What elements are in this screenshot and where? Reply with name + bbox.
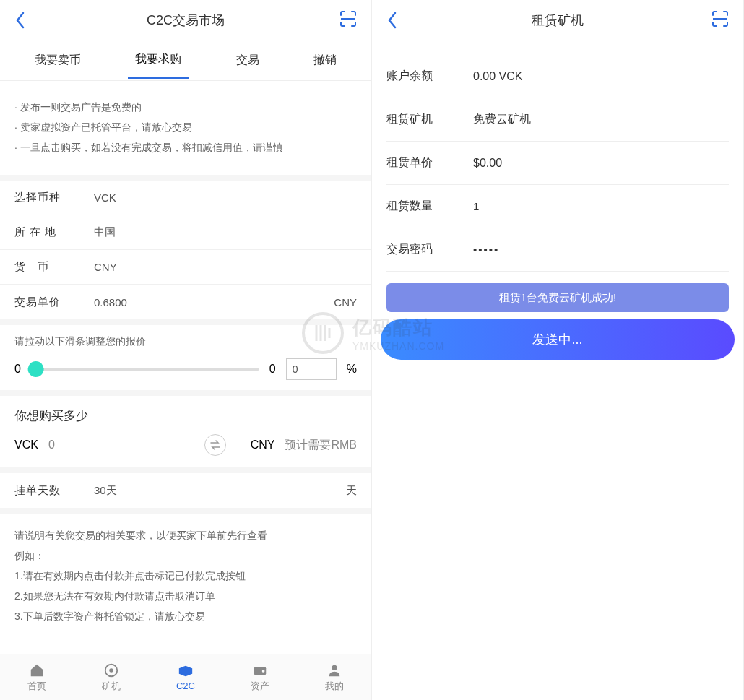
days-section: 挂单天数 30天 天 <box>0 473 371 514</box>
profile-icon <box>326 662 342 678</box>
note-line: 请说明有关您交易的相关要求，以便买家下单前先行查看 <box>14 525 357 545</box>
row-location[interactable]: 所 在 地 中国 <box>0 215 371 250</box>
quantity-label: 租赁数量 <box>386 199 473 214</box>
buy-amount[interactable]: 0 <box>48 438 180 451</box>
left-panel: C2C交易市场 我要卖币 我要求购 交易 撤销 · 发布一则交易广告是免费的 ·… <box>0 0 372 700</box>
bottom-tabbar: 首页 矿机 C2C 资产 我的 <box>0 654 371 700</box>
note-line: 例如： <box>14 545 357 566</box>
slider-thumb[interactable] <box>28 361 44 377</box>
asset-icon <box>252 662 268 678</box>
page-title: C2C交易市场 <box>147 12 225 29</box>
days-label: 挂单天数 <box>14 484 87 498</box>
scan-icon[interactable] <box>710 9 733 32</box>
machine-label: 租赁矿机 <box>386 112 473 127</box>
tabbar-label: 首页 <box>27 680 46 693</box>
quantity-input[interactable] <box>473 200 610 212</box>
price-slider[interactable] <box>31 368 259 371</box>
swap-icon[interactable] <box>204 434 226 456</box>
svg-point-5 <box>332 665 337 670</box>
tabbar-label: 矿机 <box>102 680 121 693</box>
c2c-icon <box>178 663 194 679</box>
info-block: · 发布一则交易广告是免费的 · 卖家虚拟资产已托管平台，请放心交易 · 一旦点… <box>0 81 371 181</box>
c2c-tabs: 我要卖币 我要求购 交易 撤销 <box>0 40 371 81</box>
row-quantity: 租赁数量 <box>386 185 729 228</box>
tab-cancel[interactable]: 撤销 <box>306 43 344 78</box>
location-value: 中国 <box>87 225 357 239</box>
info-line: · 发布一则交易广告是免费的 <box>14 101 357 114</box>
home-icon <box>29 662 45 678</box>
tabbar-label: 资产 <box>251 680 269 693</box>
tabbar-asset[interactable]: 资产 <box>222 654 297 700</box>
tabbar-miner[interactable]: 矿机 <box>74 654 149 700</box>
success-toast: 租赁1台免费云矿机成功! <box>386 283 729 312</box>
rent-form: 账户余额 0.00 VCK 租赁矿机 免费云矿机 租赁单价 $0.00 租赁数量… <box>372 55 743 272</box>
buy-hint: 预计需要RMB <box>285 438 357 453</box>
miner-icon <box>103 662 119 678</box>
info-line: · 一旦点击购买，如若没有完成交易，将扣减信用值，请谨慎 <box>14 142 357 155</box>
row-unitprice: 租赁单价 $0.00 <box>386 142 729 185</box>
percent-suffix: % <box>347 363 357 376</box>
price-label: 交易单价 <box>14 295 87 309</box>
currency-value: CNY <box>87 261 357 273</box>
svg-point-4 <box>262 670 265 673</box>
password-label: 交易密码 <box>386 242 473 257</box>
tabbar-home[interactable]: 首页 <box>0 654 74 700</box>
left-header: C2C交易市场 <box>0 0 371 40</box>
form-section: 选择币种 VCK 所 在 地 中国 货 币 CNY 交易单价 0.6800 CN… <box>0 181 371 325</box>
days-suffix: 天 <box>346 484 357 498</box>
row-password: 交易密码 <box>386 228 729 272</box>
buy-unit-right: CNY <box>251 438 275 451</box>
coin-label: 选择币种 <box>14 191 87 204</box>
price-suffix: CNY <box>334 296 357 308</box>
row-coin[interactable]: 选择币种 VCK <box>0 181 371 215</box>
row-days[interactable]: 挂单天数 30天 天 <box>0 473 371 508</box>
coin-value: VCK <box>87 191 357 204</box>
unitprice-value: $0.00 <box>473 157 502 170</box>
tab-sell[interactable]: 我要卖币 <box>27 43 88 78</box>
unitprice-label: 租赁单价 <box>386 155 473 170</box>
buy-title: 你想购买多少 <box>14 407 357 424</box>
scan-icon[interactable] <box>338 9 361 32</box>
note-line: 2.如果您无法在有效期内付款请点击取消订单 <box>14 586 357 606</box>
note-line: 3.下单后数字资产将托管锁定，请放心交易 <box>14 606 357 626</box>
right-panel: 租赁矿机 账户余额 0.00 VCK 租赁矿机 免费云矿机 租赁单价 $0.00… <box>372 0 744 700</box>
days-value: 30天 <box>87 484 346 498</box>
row-currency[interactable]: 货 币 CNY <box>0 250 371 285</box>
balance-label: 账户余额 <box>386 69 473 84</box>
info-line: · 卖家虚拟资产已托管平台，请放心交易 <box>14 121 357 134</box>
password-input[interactable] <box>473 243 610 256</box>
notes-section: 请说明有关您交易的相关要求，以便买家下单前先行查看 例如： 1.请在有效期内点击… <box>0 514 371 638</box>
tabbar-label: C2C <box>176 680 195 691</box>
price-value: 0.6800 <box>87 296 334 308</box>
tab-buy[interactable]: 我要求购 <box>128 42 189 79</box>
slider-hint: 请拉动以下滑条调整您的报价 <box>14 335 357 348</box>
note-line: 1.请在有效期内点击付款并点击标记已付款完成按钮 <box>14 566 357 586</box>
slider-min: 0 <box>14 363 21 376</box>
currency-label: 货 币 <box>14 260 87 274</box>
buy-unit-left: VCK <box>14 438 38 451</box>
slider-section: 请拉动以下滑条调整您的报价 0 0 % <box>0 325 371 396</box>
back-icon[interactable] <box>382 10 402 30</box>
percent-input[interactable] <box>286 358 337 380</box>
slider-max: 0 <box>269 363 276 376</box>
row-balance: 账户余额 0.00 VCK <box>386 55 729 98</box>
row-price: 交易单价 0.6800 CNY <box>0 285 371 319</box>
balance-value: 0.00 VCK <box>473 70 522 83</box>
row-machine[interactable]: 租赁矿机 免费云矿机 <box>386 98 729 142</box>
page-title: 租赁矿机 <box>532 12 584 29</box>
buy-section: 你想购买多少 VCK 0 CNY 预计需要RMB <box>0 396 371 473</box>
back-icon[interactable] <box>10 10 30 30</box>
machine-value: 免费云矿机 <box>473 112 531 127</box>
svg-point-2 <box>109 668 113 673</box>
location-label: 所 在 地 <box>14 225 87 239</box>
tabbar-label: 我的 <box>325 680 344 693</box>
submit-button[interactable]: 发送中... <box>381 319 735 360</box>
tabbar-profile[interactable]: 我的 <box>297 654 371 700</box>
right-header: 租赁矿机 <box>372 0 743 40</box>
tab-trade[interactable]: 交易 <box>229 43 267 78</box>
tabbar-c2c[interactable]: C2C <box>149 654 223 700</box>
